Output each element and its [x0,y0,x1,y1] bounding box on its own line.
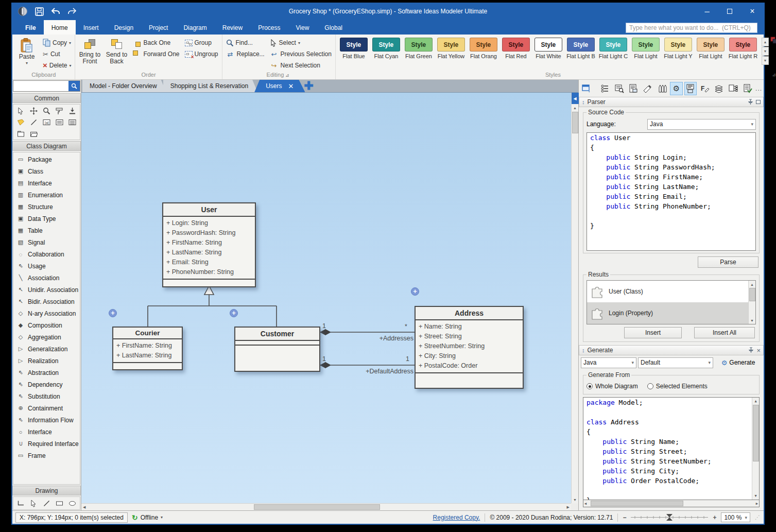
language-dropdown[interactable]: Java▾ [647,119,756,130]
diagram-tab-users[interactable]: Users✕ [254,80,305,92]
parser-code-editor[interactable]: class User{ public String Login; public … [587,132,756,251]
sidebar-item-table[interactable]: ▦Table [13,225,80,236]
field-editor-panel-icon[interactable]: F [698,82,711,95]
canvas-horizontal-scrollbar[interactable]: ◀ ▶ [81,503,571,510]
sidebar-item-frame[interactable]: ▭Frame [13,450,80,461]
generate-panel-icon[interactable] [684,82,697,95]
zoom-level-dropdown[interactable]: 100 %▾ [721,512,750,522]
styles-scroll-up-icon[interactable]: ▲ [762,38,769,46]
straight-line-tool-icon[interactable] [42,499,50,507]
sidebar-item-usage[interactable]: ⇖Usage [13,260,80,272]
style-preset-flat-light-y[interactable]: StyleFlat Light Y [663,38,694,59]
scroll-down-icon[interactable]: ▼ [754,492,756,500]
previous-selection-button[interactable]: ↩ Previous Selection [268,48,334,60]
menu-item-global[interactable]: Global [317,20,350,35]
command-search-input[interactable] [626,23,757,33]
style-swatch[interactable]: Style [405,38,433,52]
model-structure-panel-icon[interactable] [727,82,740,95]
sidebar-item-enumeration[interactable]: ▥Enumeration [13,189,80,201]
menu-item-design[interactable]: Design [107,20,141,35]
sidebar-item-association[interactable]: ╲Association [13,272,80,284]
zoom-out-icon[interactable]: − [623,514,626,521]
registered-copy-link[interactable]: Registered Copy. [433,514,480,521]
layers-panel-icon[interactable] [713,82,726,95]
sidebar-item-data-type[interactable]: ▣Data Type [13,213,80,225]
style-preset-flat-red[interactable]: StyleFlat Red [501,38,531,59]
sidebar-item-containment[interactable]: ⊕Containment [13,402,80,414]
sidebar-item-package[interactable]: ▭Package [13,153,80,165]
generate-button[interactable]: ⚙ Generate [715,357,762,368]
next-selection-button[interactable]: ↪ Next Selection [268,60,334,71]
horizontal-scroll-thumb[interactable] [591,501,683,506]
paste-dropdown-icon[interactable]: ▾ [26,61,28,65]
sidebar-item-unidir-association[interactable]: ↖Unidir. Association [13,284,80,296]
add-element-badge-icon[interactable]: + [411,287,419,296]
panel-switcher-icon[interactable] [580,82,593,95]
sidebar-item-required-interface[interactable]: ⊃Required Interface [13,438,80,450]
undo-icon[interactable] [50,6,61,16]
parser-result-item[interactable]: Login (Property) [587,302,755,324]
delete-button[interactable]: × Delete▾ [41,60,73,71]
generate-panel-header[interactable]: ↕ Generate × [579,345,764,355]
style-swatch[interactable]: Style [697,38,725,52]
drawing-section-header[interactable]: Drawing [12,486,81,495]
scroll-down-icon[interactable]: ▼ [573,496,577,503]
minimize-button[interactable]: ─ [696,3,718,20]
style-swatch[interactable]: Style [567,38,595,52]
insert-button[interactable]: Insert [624,327,682,338]
sidebar-item-interface[interactable]: ○Interface [13,426,80,438]
style-swatch[interactable]: Style [632,38,660,52]
arrow-tool-icon[interactable] [29,499,38,507]
sidebar-item-realization[interactable]: ▷Realization [13,355,80,367]
sidebar-item-abstraction[interactable]: ⇖Abstraction [13,367,80,379]
send-to-back-button[interactable]: Send toBack [104,36,129,65]
close-panel-icon[interactable]: × [756,347,761,354]
resize-grip[interactable]: ⋰ [755,514,761,520]
toolbox-search-icon[interactable] [68,81,80,91]
style-preset-flat-light-c[interactable]: StyleFlat Light C [598,38,629,59]
scroll-down-icon[interactable]: ▼ [750,317,754,324]
scroll-up-icon[interactable]: ▲ [750,281,754,288]
list-tool-icon[interactable] [55,118,63,126]
uml-class-customer[interactable]: Customer [234,327,320,372]
menu-item-process[interactable]: Process [250,20,288,35]
group-button[interactable]: Group [183,37,220,48]
style-preset-flat-orang[interactable]: StyleFlat Orang [468,38,499,59]
sidebar-item-composition[interactable]: ◆Composition [13,319,80,331]
diagram-tab-model-folder-overview[interactable]: Model - Folder Overview [82,80,166,92]
find-button[interactable]: Find... [224,37,267,48]
redo-icon[interactable] [67,6,77,16]
sidebar-item-substitution[interactable]: ⇖Substitution [13,390,80,402]
add-element-badge-icon[interactable]: + [109,309,117,317]
sidebar-item-dependency[interactable]: ⇖Dependency [13,379,80,390]
scroll-left-icon[interactable]: ◀ [584,500,587,507]
forward-one-button[interactable]: Forward One [130,48,181,60]
results-scrollbar[interactable]: ▲▼ [748,281,755,324]
list-tool-2-icon[interactable] [68,118,76,126]
back-one-button[interactable]: Back One [130,37,181,48]
ellipse-tool-icon[interactable] [68,499,76,507]
paste-button[interactable]: Paste ▾ [14,36,40,65]
toolbox-search-input[interactable] [13,81,68,91]
scroll-right-icon[interactable]: ▶ [756,500,758,507]
save-icon[interactable] [34,6,44,16]
selected-elements-radio[interactable]: Selected Elements [647,383,708,390]
scroll-left-icon[interactable]: ◀ [83,504,85,511]
close-button[interactable]: × [741,3,764,20]
style-preset-flat-light-b[interactable]: StyleFlat Light B [565,38,596,59]
maximize-button[interactable] [718,3,741,20]
style-swatch[interactable]: Style [664,38,692,52]
tab-close-icon[interactable]: ✕ [288,82,294,90]
sidebar-item-signal[interactable]: ▧Signal [13,236,80,248]
zoom-slider[interactable] [631,513,708,521]
uml-class-user[interactable]: User + Login: String+ PasswordHash: Stri… [162,202,256,287]
sidebar-item-class[interactable]: ▣Class [13,165,80,177]
vertical-scroll-thumb[interactable] [572,112,578,133]
sidebar-item-structure[interactable]: ▦Structure [13,201,80,213]
pointer-tool-icon[interactable] [16,107,25,115]
text-area-tool-icon[interactable]: [a] [42,118,50,126]
menu-item-view[interactable]: View [288,20,317,35]
parser-panel-icon[interactable]: ⚙ [670,82,683,95]
colors-panel-icon[interactable] [656,82,668,95]
style-swatch[interactable]: Style [437,38,465,52]
